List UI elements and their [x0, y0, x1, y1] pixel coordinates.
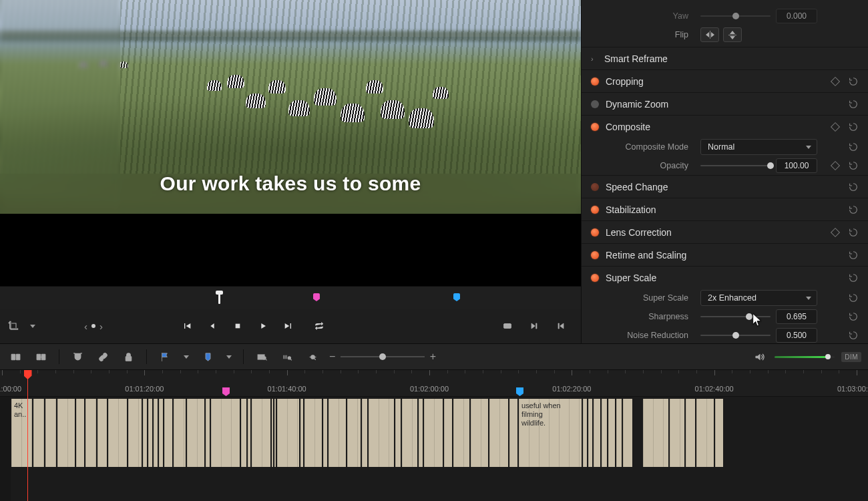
clip[interactable]	[669, 398, 685, 468]
clip[interactable]	[107, 398, 128, 468]
crop-tool-button[interactable]	[5, 318, 21, 334]
section-lens-correction[interactable]: Lens Correction	[582, 220, 868, 243]
clip[interactable]	[205, 398, 210, 468]
yaw-slider[interactable]	[700, 15, 771, 17]
clip[interactable]	[470, 398, 489, 468]
clip[interactable]	[85, 398, 97, 468]
toggle-composite[interactable]	[591, 123, 599, 131]
toggle-stabilization[interactable]	[591, 206, 599, 214]
clip[interactable]: useful when filming wildlife.	[518, 398, 582, 468]
timeline-marker-blue[interactable]	[516, 387, 523, 396]
timeline-marker-pink[interactable]	[222, 387, 230, 396]
clip[interactable]	[582, 398, 588, 468]
toggle-dynamic-zoom[interactable]	[591, 100, 599, 108]
zoom-in-button[interactable]: +	[430, 351, 436, 363]
zoom-slider[interactable]: − +	[329, 351, 436, 363]
clip[interactable]	[97, 398, 107, 468]
zoom-full-button[interactable]	[253, 348, 270, 365]
section-smart-reframe[interactable]: › Smart Reframe	[582, 47, 868, 69]
clip[interactable]	[368, 398, 395, 468]
composite-mode-select[interactable]: Normal	[700, 139, 817, 155]
crop-tool-dropdown[interactable]	[28, 318, 37, 334]
section-cropping[interactable]: Cropping	[582, 69, 868, 92]
clip[interactable]	[418, 398, 423, 468]
reset-icon[interactable]	[848, 227, 859, 238]
clip[interactable]	[588, 398, 593, 468]
reset-icon[interactable]	[848, 142, 859, 152]
loop-button[interactable]	[312, 319, 326, 333]
clip[interactable]	[395, 398, 401, 468]
keyframe-icon[interactable]	[831, 161, 840, 170]
reset-icon[interactable]	[848, 160, 859, 171]
clip[interactable]	[153, 398, 158, 468]
clip[interactable]	[276, 398, 300, 468]
clip[interactable]	[173, 398, 186, 468]
clip[interactable]	[148, 398, 153, 468]
playhead[interactable]	[27, 370, 28, 501]
clip[interactable]	[423, 398, 443, 468]
flip-vertical-button[interactable]	[723, 27, 742, 42]
clip[interactable]	[696, 398, 714, 468]
clip[interactable]	[347, 398, 361, 468]
match-frame-button[interactable]	[499, 318, 515, 334]
section-retime-scaling[interactable]: Retime and Scaling	[582, 243, 868, 266]
reset-icon[interactable]	[848, 330, 859, 341]
jump-end-button[interactable]	[282, 319, 295, 333]
flag-dropdown[interactable]	[182, 348, 191, 365]
sharpness-slider[interactable]	[700, 316, 771, 317]
super-scale-mode-select[interactable]: 2x Enhanced	[700, 290, 817, 306]
clip[interactable]	[685, 398, 696, 468]
sharpness-value[interactable]: 0.695	[776, 309, 817, 324]
timeline-ruler[interactable]: 01:01:00:0001:01:20:0001:01:40:0001:02:0…	[0, 370, 868, 397]
prev-clip-button[interactable]	[553, 318, 569, 334]
reset-icon[interactable]	[848, 204, 859, 215]
section-composite[interactable]: Composite	[582, 115, 868, 138]
volume-icon[interactable]	[750, 348, 768, 365]
keyframe-icon[interactable]	[831, 122, 840, 131]
jump-start-button[interactable]	[180, 319, 194, 333]
reset-icon[interactable]	[848, 122, 859, 132]
reset-icon[interactable]	[848, 76, 859, 87]
zoom-custom-button[interactable]	[304, 348, 321, 365]
step-back-button[interactable]	[206, 319, 219, 333]
clip[interactable]	[251, 398, 271, 468]
marker-blue[interactable]	[453, 293, 460, 301]
clip[interactable]	[642, 398, 669, 468]
dim-badge[interactable]: DIM	[841, 352, 861, 362]
toggle-speed-change[interactable]	[591, 183, 599, 191]
keyframe-icon[interactable]	[831, 227, 840, 236]
swap-tool-button[interactable]	[32, 348, 49, 365]
play-button[interactable]	[256, 319, 270, 333]
track-header[interactable]	[0, 397, 11, 501]
reset-icon[interactable]	[848, 250, 859, 261]
clip[interactable]	[322, 398, 328, 468]
clip[interactable]	[453, 398, 470, 468]
clip[interactable]	[33, 398, 45, 468]
clip[interactable]	[186, 398, 205, 468]
clip[interactable]	[622, 398, 633, 468]
clip[interactable]	[57, 398, 75, 468]
toggle-retime-scaling[interactable]	[591, 251, 599, 259]
section-super-scale[interactable]: Super Scale	[582, 266, 868, 289]
toggle-lens-correction[interactable]	[591, 228, 599, 236]
next-clip-button[interactable]	[526, 318, 542, 334]
yaw-value[interactable]: 0.000	[776, 9, 817, 23]
clip[interactable]	[509, 398, 518, 468]
marker-pink[interactable]	[313, 293, 320, 301]
toggle-cropping[interactable]	[591, 77, 599, 86]
flip-horizontal-button[interactable]	[700, 27, 719, 42]
reset-icon[interactable]	[848, 311, 859, 322]
clip[interactable]	[401, 398, 418, 468]
video-track[interactable]: 4K an..useful when filming wildlife.	[11, 398, 868, 468]
clip[interactable]	[489, 398, 509, 468]
lock-button[interactable]	[120, 348, 137, 365]
zoom-out-button[interactable]: −	[329, 351, 335, 363]
clip[interactable]	[714, 398, 724, 468]
clip[interactable]	[128, 398, 142, 468]
reset-icon[interactable]	[848, 293, 859, 303]
snap-button[interactable]	[69, 348, 86, 365]
nav-dots[interactable]: ‹ ›	[84, 321, 103, 332]
section-dynamic-zoom[interactable]: Dynamic Zoom	[582, 92, 868, 115]
toggle-super-scale[interactable]	[591, 274, 599, 282]
keyframe-icon[interactable]	[831, 76, 840, 86]
